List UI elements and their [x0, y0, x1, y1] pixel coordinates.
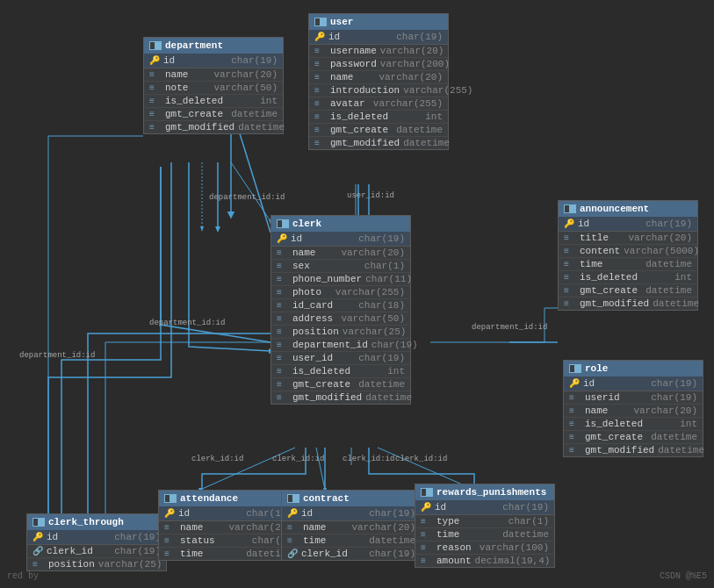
field-icon: ≡ — [287, 536, 299, 546]
rp-id-type: char(19) — [502, 502, 549, 513]
clerk-gmtcreate-row: ≡ gmt_create datetime — [271, 378, 410, 391]
clerkthrough-clerkid-row: 🔗 clerk_id char(19) — [27, 545, 166, 558]
table-clerk[interactable]: clerk 🔑 id char(19) ≡ name varchar(20) ≡… — [270, 215, 411, 405]
field-icon: ≡ — [277, 393, 289, 403]
rp-id-name: id — [435, 502, 499, 513]
clerk-id-type: char(19) — [358, 233, 405, 244]
clerk-phone-type: char(11) — [365, 274, 412, 284]
field-icon: ≡ — [314, 139, 327, 148]
clerk-isdeleted: is_deleted — [292, 366, 384, 376]
table-icon-rp — [421, 488, 433, 497]
ann-content-row: ≡ content varchar(5000) — [559, 245, 697, 258]
rp-pk-row: 🔑 id char(19) — [415, 500, 554, 515]
table-department[interactable]: department 🔑 id char(19) ≡ name varchar(… — [143, 37, 284, 134]
role-id-type: char(19) — [651, 378, 697, 389]
contract-time-row: ≡ time datetime — [282, 534, 421, 548]
table-contract-header: contract — [282, 491, 421, 506]
label-userid-id: user_id:id — [347, 191, 394, 200]
ann-title: title — [580, 233, 624, 243]
table-icon-attendance — [164, 494, 177, 503]
field-icon: ≡ — [314, 86, 327, 96]
field-icon: ≡ — [149, 70, 162, 80]
table-clerk-through[interactable]: clerk_through 🔑 id char(19) 🔗 clerk_id c… — [26, 513, 167, 571]
table-contract-title: contract — [303, 493, 350, 504]
pk-icon: 🔑 — [564, 219, 574, 229]
dept-gmtmodified-row: ≡ gmt_modified datetime — [144, 121, 283, 133]
field-icon: ≡ — [277, 367, 289, 376]
attendance-status-row: ≡ status char(1) — [159, 534, 298, 548]
table-rewards-punishments[interactable]: rewards_punishments 🔑 id char(19) ≡ type… — [415, 484, 555, 568]
field-icon: ≡ — [149, 97, 162, 106]
dept-gmtmodified: gmt_modified — [165, 122, 234, 133]
clerk-userid-row: ≡ user_id char(19) — [271, 352, 410, 365]
clerk-isdeleted-row: ≡ is_deleted int — [271, 365, 410, 378]
table-contract[interactable]: contract 🔑 id char(19) ≡ name varchar(20… — [281, 490, 422, 561]
user-gmtcreate-type: datetime — [396, 125, 443, 135]
dept-gmtcreate: gmt_create — [165, 109, 227, 119]
label-deptid-id-2: department_id:id — [149, 319, 225, 327]
rp-type: type — [436, 516, 505, 527]
table-user[interactable]: user 🔑 id char(19) ≡ username varchar(20… — [308, 13, 449, 150]
clerk-isdeleted-type: int — [387, 366, 405, 376]
user-gmtcreate: gmt_create — [330, 125, 393, 135]
contract-name-type: varchar(20) — [351, 522, 415, 533]
user-pk-row: 🔑 id char(19) — [309, 30, 448, 45]
clerk-gmtmodified-row: ≡ gmt_modified datetime — [271, 391, 410, 404]
user-gmtmodified-row: ≡ gmt_modified datetime — [309, 137, 448, 149]
user-name: name — [330, 72, 375, 82]
clerk-position-type: varchar(25) — [343, 326, 407, 337]
field-icon: ≡ — [314, 73, 327, 82]
clerk-photo-row: ≡ photo varchar(255) — [271, 286, 410, 299]
field-icon: ≡ — [421, 556, 433, 566]
field-icon: ≡ — [564, 299, 576, 309]
field-icon: ≡ — [149, 110, 162, 119]
table-announcement[interactable]: announcement 🔑 id char(19) ≡ title varch… — [558, 200, 698, 311]
field-icon: ≡ — [277, 314, 289, 324]
svg-marker-4 — [200, 226, 204, 232]
clerk-gmtmodified-type: datetime — [365, 392, 412, 403]
pk-icon: 🔑 — [314, 32, 325, 42]
dept-name-type: varchar(20) — [213, 69, 278, 80]
field-icon: ≡ — [564, 260, 576, 269]
ann-time-type: datetime — [645, 259, 692, 269]
field-icon: ≡ — [164, 523, 177, 533]
table-icon-contract — [287, 494, 299, 503]
pk-icon: 🔑 — [164, 508, 175, 519]
field-icon: ≡ — [314, 47, 327, 56]
field-icon: ≡ — [421, 530, 433, 540]
clerk-position-row: ≡ position varchar(25) — [271, 326, 410, 339]
user-isdeleted: is_deleted — [330, 111, 422, 122]
table-dept-title: department — [165, 40, 223, 51]
watermark-left: red by — [7, 571, 39, 581]
table-attendance-header: attendance — [159, 491, 298, 506]
user-gmtcreate-row: ≡ gmt_create datetime — [309, 124, 448, 137]
table-attendance[interactable]: attendance 🔑 id char(19) ≡ name varchar(… — [158, 490, 299, 561]
clerk-address-type: varchar(50) — [341, 313, 405, 324]
clerk-phone: phone_number — [292, 274, 362, 284]
clerkthrough-id-type: char(19) — [114, 532, 161, 542]
table-icon-role — [569, 364, 581, 373]
dept-isdeleted-row: ≡ is_deleted int — [144, 95, 283, 108]
pk-icon: 🔑 — [32, 532, 43, 542]
user-username: username — [330, 46, 377, 56]
role-name-type: varchar(20) — [633, 405, 697, 416]
label-deptid-id-right: department_id:id — [472, 323, 547, 332]
field-icon: ≡ — [164, 549, 177, 559]
dept-isdeleted: is_deleted — [165, 96, 256, 106]
field-icon: ≡ — [277, 380, 289, 390]
role-gmtmodified: gmt_modified — [585, 445, 654, 455]
field-icon: ≡ — [149, 123, 162, 133]
table-rp-title: rewards_punishments — [436, 487, 546, 498]
field-icon: ≡ — [569, 419, 581, 429]
field-icon: ≡ — [564, 286, 576, 296]
clerk-photo-type: varchar(255) — [335, 287, 405, 298]
clerkthrough-clerkid-type: char(19) — [114, 546, 161, 556]
role-gmtcreate-type: datetime — [651, 432, 697, 442]
dept-note-type: varchar(50) — [213, 82, 278, 93]
user-name-row: ≡ name varchar(20) — [309, 71, 448, 84]
attendance-status: status — [180, 535, 249, 546]
user-gmtmodified-type: datetime — [403, 138, 450, 148]
role-name-row: ≡ name varchar(20) — [564, 405, 703, 418]
field-icon: ≡ — [314, 60, 327, 69]
table-role[interactable]: role 🔑 id char(19) ≡ userid char(19) ≡ n… — [563, 360, 703, 457]
